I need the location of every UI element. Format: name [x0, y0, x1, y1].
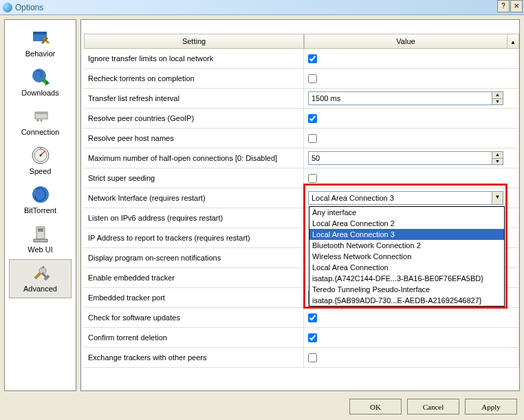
sidebar-item-connection[interactable]: Connection: [9, 102, 72, 142]
scroll-up[interactable]: ▲: [507, 34, 519, 49]
dropdown-option[interactable]: isatap.{5AB99ADD-730...E-AEDB-A216925468…: [309, 295, 504, 306]
checkbox[interactable]: [308, 114, 317, 123]
window-titlebar: Options ? ✕: [0, 0, 524, 15]
spin-input[interactable]: 50▲▼: [308, 151, 503, 165]
spin-down-icon[interactable]: ▼: [492, 99, 503, 105]
sidebar-item-speed[interactable]: Speed: [9, 142, 72, 181]
sidebar-item-downloads[interactable]: Downloads: [9, 63, 72, 102]
checkbox[interactable]: [308, 54, 317, 63]
checkbox[interactable]: [308, 134, 317, 143]
dropdown-option[interactable]: isatap.{A742C144-DFE...3-BA16-BE0F76EFA5…: [309, 273, 504, 284]
sidebar-item-behavior[interactable]: Behavior: [9, 24, 72, 63]
downloads-icon: [30, 66, 52, 88]
bittorrent-icon: [30, 184, 52, 206]
ok-button[interactable]: OK: [349, 399, 402, 415]
setting-value: 1500 ms▲▼: [304, 89, 519, 109]
dropdown-option[interactable]: Local Area Connection: [309, 262, 504, 273]
setting-label: Maximum number of half-open connections …: [84, 148, 304, 168]
sidebar-item-label: Advanced: [23, 285, 57, 293]
setting-label: Resolve peer countries (GeoIP): [84, 109, 304, 129]
setting-label: Exchange trackers with other peers: [84, 348, 304, 368]
svg-rect-1: [33, 32, 47, 34]
setting-label: Resolve peer host names: [84, 129, 304, 148]
setting-label: Listen on IPv6 address (requires restart…: [84, 208, 304, 228]
dialog-buttons: OK Cancel Apply: [349, 399, 517, 415]
sidebar-item-label: Behavior: [25, 49, 55, 58]
checkbox[interactable]: [308, 313, 317, 322]
setting-label: IP Address to report to trackers (requir…: [84, 228, 304, 248]
spin-input[interactable]: 1500 ms▲▼: [308, 91, 503, 105]
setting-label: Recheck torrents on completion: [84, 69, 304, 89]
sidebar-item-label: Speed: [30, 167, 52, 175]
svg-rect-16: [34, 239, 47, 242]
spin-up-icon[interactable]: ▲: [492, 92, 503, 99]
checkbox[interactable]: [308, 333, 317, 342]
sidebar-item-webui[interactable]: Web UI: [9, 220, 72, 259]
svg-rect-5: [35, 112, 47, 114]
apply-button[interactable]: Apply: [465, 399, 517, 415]
advanced-icon: [30, 262, 52, 284]
setting-label: Enable embedded tracker: [84, 268, 304, 288]
connection-icon: [30, 105, 52, 127]
chevron-down-icon[interactable]: ▼: [492, 192, 503, 204]
sidebar-item-label: Downloads: [21, 89, 58, 97]
dropdown-option[interactable]: Bluetooth Network Connection 2: [309, 240, 504, 251]
network-interface-options[interactable]: Any interfaceLocal Area Connection 2Loca…: [309, 206, 505, 307]
sidebar-item-label: BitTorrent: [24, 206, 56, 214]
setting-value: [304, 129, 519, 148]
setting-value: 50▲▼: [304, 148, 519, 168]
setting-value: Local Area Connection 3▼: [304, 188, 519, 208]
checkbox[interactable]: [308, 174, 317, 183]
spin-value[interactable]: 50: [309, 152, 492, 164]
setting-value: [304, 49, 519, 69]
settings-panel: Setting Value ▲ Ignore transfer limits o…: [80, 19, 520, 391]
behavior-icon: [30, 27, 52, 49]
setting-value: [304, 328, 519, 348]
help-button[interactable]: ?: [497, 0, 510, 12]
sidebar-item-advanced[interactable]: Advanced: [9, 259, 72, 298]
sidebar-item-label: Web UI: [28, 245, 52, 254]
setting-value: [304, 69, 519, 89]
setting-label: Embedded tracker port: [84, 288, 304, 308]
setting-value: [304, 109, 519, 129]
sidebar-item-label: Connection: [21, 128, 60, 136]
setting-row: Recheck torrents on completion: [84, 69, 519, 89]
cancel-button[interactable]: Cancel: [407, 399, 459, 415]
network-interface-dropdown[interactable]: Local Area Connection 3▼: [308, 191, 503, 205]
webui-icon: [30, 223, 52, 245]
checkbox[interactable]: [308, 353, 317, 362]
spin-up-icon[interactable]: ▲: [492, 152, 503, 159]
dropdown-option[interactable]: Local Area Connection 2: [309, 218, 504, 229]
setting-row: Strict super seeding: [84, 168, 519, 188]
setting-label: Confirm torrent deletion: [84, 328, 304, 348]
spin-value[interactable]: 1500 ms: [309, 92, 492, 104]
dropdown-option[interactable]: Wireless Network Connection: [309, 251, 504, 262]
sidebar-item-bittorrent[interactable]: BitTorrent: [9, 181, 72, 220]
dropdown-option[interactable]: Local Area Connection 3: [309, 229, 504, 240]
setting-label: Strict super seeding: [84, 168, 304, 188]
setting-row: Resolve peer host names: [84, 129, 519, 148]
spin-down-icon[interactable]: ▼: [492, 159, 503, 165]
col-setting[interactable]: Setting: [84, 34, 304, 49]
setting-row: Exchange trackers with other peers: [84, 348, 519, 368]
setting-label: Display program on-screen notifications: [84, 248, 304, 268]
setting-row: Check for software updates: [84, 308, 519, 328]
setting-value: [304, 168, 519, 188]
svg-point-7: [40, 120, 42, 122]
setting-row: Network Interface (requires restart)Loca…: [84, 188, 519, 208]
app-icon: [3, 3, 12, 12]
close-button[interactable]: ✕: [510, 0, 523, 12]
setting-row: Transfer list refresh interval1500 ms▲▼: [84, 89, 519, 109]
setting-value: [304, 348, 519, 368]
dropdown-option[interactable]: Any interface: [309, 207, 504, 218]
window-title: Options: [15, 3, 43, 12]
setting-value: [304, 308, 519, 328]
setting-label: Transfer list refresh interval: [84, 89, 304, 109]
setting-label: Network Interface (requires restart): [84, 188, 304, 208]
dropdown-option[interactable]: Teredo Tunneling Pseudo-Interface: [309, 284, 504, 295]
svg-rect-12: [40, 147, 41, 149]
col-value[interactable]: Value: [304, 34, 507, 49]
speed-icon: [30, 144, 52, 166]
setting-label: Ignore transfer limits on local network: [84, 49, 304, 69]
checkbox[interactable]: [308, 74, 317, 83]
